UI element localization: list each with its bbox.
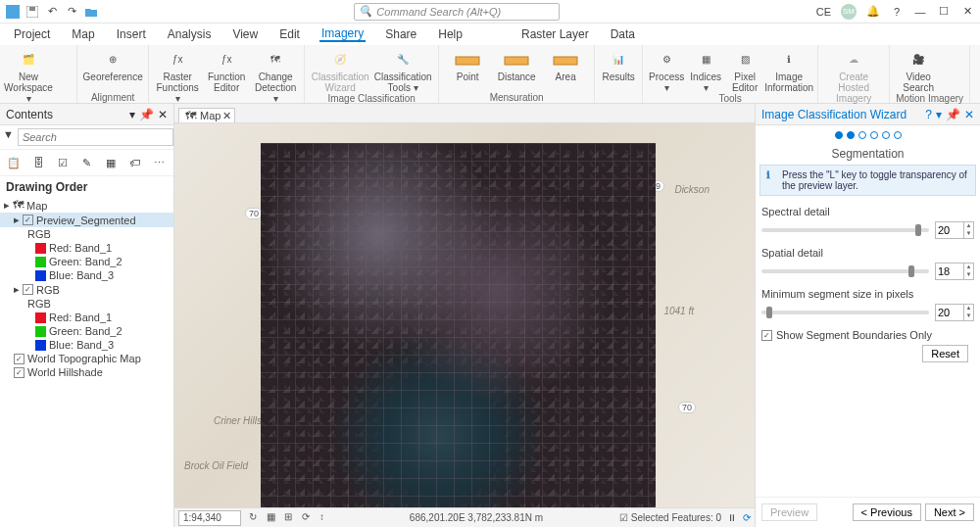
snap-icon[interactable]: ⊞ (284, 511, 298, 525)
label-brock: Brock Oil Field (184, 460, 248, 471)
menu-analysis[interactable]: Analysis (166, 27, 214, 41)
menu-map[interactable]: Map (70, 27, 96, 41)
spatial-slider[interactable] (761, 269, 929, 273)
menu-help[interactable]: Help (436, 27, 465, 41)
svg-rect-3 (456, 57, 479, 65)
filter-icon[interactable]: ▼ (3, 128, 14, 146)
step-2[interactable] (847, 131, 855, 139)
tab-close-icon[interactable]: ✕ (222, 110, 231, 122)
constraint-icon[interactable]: ↕ (319, 511, 333, 525)
save-icon[interactable] (25, 5, 39, 19)
map-canvas[interactable]: Dickson 1041 ft Criner Hills Brock Oil F… (174, 123, 755, 507)
rotate-icon[interactable]: ↻ (249, 511, 263, 525)
tree-rgb-layer[interactable]: ▸ ✓ RGB (0, 282, 173, 297)
menu-data[interactable]: Data (609, 27, 637, 41)
next-button[interactable]: Next > (925, 503, 974, 521)
spectral-slider[interactable] (761, 228, 929, 232)
menu-view[interactable]: View (230, 27, 260, 41)
wizard-info: Press the "L" key to toggle transparency… (760, 165, 976, 196)
spatial-spinner[interactable]: ▲▼ (935, 263, 974, 280)
list-by-editing-icon[interactable]: ✎ (78, 154, 95, 171)
step-1[interactable] (835, 131, 843, 139)
distance-button[interactable]: Distance (494, 47, 539, 82)
tree-rgb2-label[interactable]: RGB (0, 297, 173, 311)
menu-insert[interactable]: Insert (115, 27, 148, 41)
boundaries-checkbox[interactable]: ✓ (761, 330, 772, 341)
contents-title: Contents (6, 108, 53, 121)
results-button[interactable]: 📊Results (601, 47, 636, 82)
classification-tools-button[interactable]: 🔧Classification Tools ▾ (373, 47, 432, 93)
step-5[interactable] (882, 131, 890, 139)
raster-functions-button[interactable]: ƒxRaster Functions ▾ (155, 47, 200, 104)
reset-button[interactable]: Reset (922, 345, 968, 362)
contents-close-icon[interactable]: ✕ (158, 108, 168, 121)
svg-rect-4 (505, 57, 528, 65)
menu-project[interactable]: Project (12, 27, 52, 41)
redo-icon[interactable]: ↷ (65, 5, 78, 19)
contents-menu-icon[interactable]: ▾ (129, 108, 135, 121)
minimize-icon[interactable]: — (913, 5, 927, 19)
wizard-pin-icon[interactable]: 📌 (946, 108, 960, 121)
pixel-editor-label: Pixel Editor (727, 72, 762, 93)
wizard-steps (756, 125, 980, 145)
step-3[interactable] (858, 131, 866, 139)
tree-hillshade[interactable]: ✓ World Hillshade (0, 365, 173, 379)
map-tab[interactable]: 🗺 Map ✕ (178, 108, 235, 122)
previous-button[interactable]: < Previous (853, 503, 921, 521)
user-initials-left[interactable]: CE (816, 6, 831, 18)
contents-search-input[interactable] (18, 128, 173, 146)
refresh-icon[interactable]: ⟳ (743, 512, 751, 523)
tree-topo[interactable]: ✓ World Topographic Map (0, 352, 173, 365)
tree-map[interactable]: ▸ 🗺 Map (0, 198, 173, 213)
function-editor-button[interactable]: ƒxFunction Editor (204, 47, 249, 104)
pause-icon[interactable]: ⏸ (727, 512, 737, 523)
title-bar: ↶ ↷ 🔍 Command Search (Alt+Q) CE SM 🔔 ? —… (0, 0, 980, 24)
tree-preview-segmented[interactable]: ▸ ✓ Preview_Segmented (0, 213, 173, 227)
preview-button: Preview (761, 503, 817, 521)
wizard-menu-icon[interactable]: ▾ (936, 108, 942, 121)
new-workspace-button[interactable]: 🗂️New Workspace ▾ (6, 47, 51, 104)
georeference-button[interactable]: ⊕Georeference (83, 47, 142, 82)
list-by-source-icon[interactable]: 🗄 (30, 154, 47, 171)
minseg-spinner[interactable]: ▲▼ (935, 304, 974, 321)
process-button[interactable]: ⚙Process ▾ (649, 47, 684, 93)
tree-rgb1[interactable]: RGB (0, 227, 173, 241)
step-4[interactable] (870, 131, 878, 139)
spectral-spinner[interactable]: ▲▼ (935, 221, 974, 239)
command-search[interactable]: 🔍 Command Search (Alt+Q) (354, 3, 560, 21)
menu-imagery[interactable]: Imagery (319, 26, 366, 42)
list-by-drawing-icon[interactable]: 📋 (6, 154, 23, 171)
image-information-button[interactable]: ℹImage Information (766, 47, 811, 93)
more-icon[interactable]: ⋯ (151, 154, 168, 171)
grid-icon[interactable]: ▦ (267, 511, 280, 525)
minseg-slider[interactable] (761, 311, 929, 314)
indices-button[interactable]: ▦Indices ▾ (688, 47, 723, 93)
help-icon[interactable]: ? (890, 5, 904, 19)
maximize-icon[interactable]: ☐ (937, 5, 951, 19)
menu-edit[interactable]: Edit (277, 27, 302, 41)
avatar[interactable]: SM (841, 4, 857, 20)
list-by-labeling-icon[interactable]: 🏷 (127, 154, 144, 171)
selected-features: ☑ Selected Features: 0 (619, 512, 721, 523)
undo-icon[interactable]: ↶ (45, 5, 59, 19)
video-search-button[interactable]: 🎥Video Search (896, 47, 941, 93)
wizard-close-icon[interactable]: ✕ (964, 108, 974, 121)
pixel-editor-button[interactable]: ▨Pixel Editor (727, 47, 762, 93)
list-by-snapping-icon[interactable]: ▦ (103, 154, 120, 171)
change-detection-label: Change Detection ▾ (253, 72, 298, 104)
group-classification: Image Classification (311, 93, 432, 104)
list-by-selection-icon[interactable]: ☑ (54, 154, 71, 171)
wizard-help-icon[interactable]: ? (925, 108, 932, 121)
close-icon[interactable]: ✕ (960, 5, 974, 19)
step-6[interactable] (894, 131, 902, 139)
dynamic-icon[interactable]: ⟳ (302, 511, 316, 525)
change-detection-button[interactable]: 🗺Change Detection ▾ (253, 47, 298, 104)
bell-icon[interactable]: 🔔 (866, 5, 880, 19)
area-button[interactable]: Area (543, 47, 588, 82)
contents-pin-icon[interactable]: 📌 (139, 108, 154, 121)
menu-share[interactable]: Share (383, 27, 418, 41)
menu-raster-layer[interactable]: Raster Layer (519, 27, 591, 41)
folder-icon[interactable] (84, 5, 98, 19)
point-button[interactable]: Point (445, 47, 490, 82)
scale-combo[interactable]: 1:94,340 (178, 510, 241, 526)
